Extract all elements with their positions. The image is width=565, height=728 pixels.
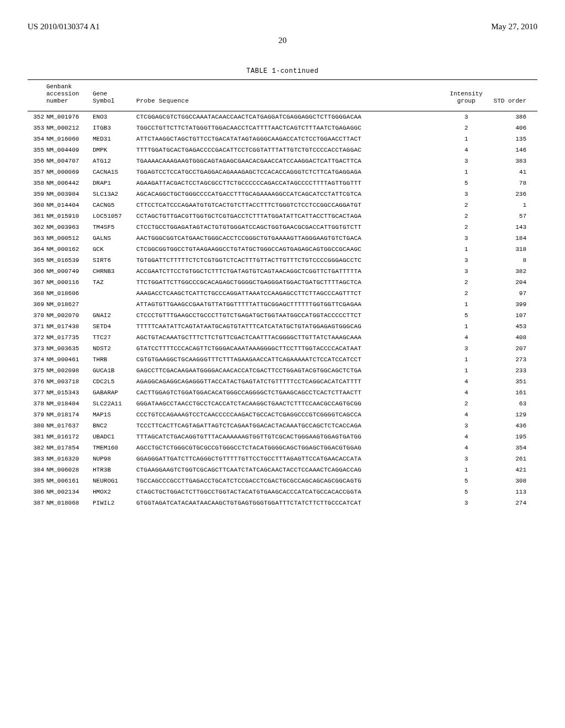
gene-symbol: GCK bbox=[92, 244, 135, 255]
table-row: 387NM_018068PIWIL2GTGGTAGATCATACAATAACAA… bbox=[28, 497, 537, 508]
table-row: 360NM_014404CACNG5CTTCCTCATCCCAGAATGTGTC… bbox=[28, 200, 537, 211]
col-intensity: Intensity group bbox=[446, 80, 487, 111]
table-row: 386NM_002134HMOX2CTAGCTGCTGGACTCTTGGCCTG… bbox=[28, 486, 537, 497]
gene-symbol: DRAP1 bbox=[92, 178, 135, 189]
gene-symbol: TAZ bbox=[92, 277, 135, 288]
table-row: 352NM_001976ENO3CTCGGAGCGTCTGGCCAAATACAA… bbox=[28, 111, 537, 122]
intensity-group: 1 bbox=[446, 244, 487, 255]
intensity-group: 5 bbox=[446, 475, 487, 486]
intensity-group: 5 bbox=[446, 310, 487, 321]
accession-number: NM_017735 bbox=[45, 332, 92, 343]
table-row: 355NM_004409DMPKTTTTGGATGCACTGAGACCCCGAC… bbox=[28, 144, 537, 156]
row-index: 378 bbox=[28, 398, 45, 409]
intensity-group: 3 bbox=[446, 420, 487, 431]
table-row: 384NM_006028HTR3BCTGAAGGAAGTCTGGTCGCAGCT… bbox=[28, 464, 537, 475]
std-order: 421 bbox=[487, 464, 537, 475]
sequence-table: Genbank accession number Gene Symbol Pro… bbox=[28, 79, 537, 508]
intensity-group: 3 bbox=[446, 453, 487, 464]
gene-symbol: NUP98 bbox=[92, 453, 135, 464]
page-header: US 2010/0130374 A1 May 27, 2010 bbox=[28, 22, 537, 31]
row-index: 362 bbox=[28, 222, 45, 233]
accession-number: NM_000162 bbox=[45, 244, 92, 255]
gene-symbol: CHRNB3 bbox=[92, 266, 135, 277]
table-row: 358NM_006442DRAP1AGAAGATTACGACTCCTAGCGCC… bbox=[28, 178, 537, 189]
accession-number: NM_017637 bbox=[45, 420, 92, 431]
probe-sequence: CCTAGCTGTTGACGTTGGTGCTCGTGACCTCTTTATGGAT… bbox=[135, 211, 446, 222]
intensity-group: 4 bbox=[446, 409, 487, 420]
intensity-group: 3 bbox=[446, 266, 487, 277]
gene-symbol: GUCA1B bbox=[92, 365, 135, 376]
intensity-group: 2 bbox=[446, 398, 487, 409]
gene-symbol: GABARAP bbox=[92, 387, 135, 398]
table-row: 365NM_016539SIRT6TGTGGATTCTTTTTCTCTCGTGG… bbox=[28, 255, 537, 266]
gene-symbol: MED31 bbox=[92, 133, 135, 144]
probe-sequence: AACTGGGCGGTCATGAACTGGGCACCTCCGGGCTGTGAAA… bbox=[135, 233, 446, 244]
gene-symbol: SIRT6 bbox=[92, 255, 135, 266]
intensity-group: 3 bbox=[446, 343, 487, 354]
std-order: 406 bbox=[487, 122, 537, 133]
probe-sequence: TTTTTCAATATTCAGTATAATGCAGTGTATTTCATCATAT… bbox=[135, 321, 446, 332]
row-index: 363 bbox=[28, 233, 45, 244]
probe-sequence: ATTCTAAGGCTAGCTGTTCCTGACATATAGTAGGGCAAGA… bbox=[135, 133, 446, 144]
intensity-group: 5 bbox=[446, 178, 487, 189]
std-order: 63 bbox=[487, 398, 537, 409]
std-order: 8 bbox=[487, 255, 537, 266]
std-order: 97 bbox=[487, 288, 537, 299]
probe-sequence: CTCGGAGCGTCTGGCCAAATACAACCAACTCATGAGGATC… bbox=[135, 111, 446, 122]
std-order: 408 bbox=[487, 332, 537, 343]
accession-number: NM_006028 bbox=[45, 464, 92, 475]
std-order: 113 bbox=[487, 486, 537, 497]
gene-symbol: CACNG5 bbox=[92, 200, 135, 211]
accession-number: NM_018068 bbox=[45, 497, 92, 508]
row-index: 361 bbox=[28, 211, 45, 222]
table-row: 370NM_002070GNAI2CTCCCTGTTTGAAGCCTGCCCTT… bbox=[28, 310, 537, 321]
probe-sequence: AGCACAGGCTGCTGGGCCCCATGACCTTTGCAGAAAAGGC… bbox=[135, 189, 446, 200]
std-order: 143 bbox=[487, 222, 537, 233]
accession-number: NM_015910 bbox=[45, 211, 92, 222]
accession-number: NM_014404 bbox=[45, 200, 92, 211]
probe-sequence: GTATCCTTTTCCCACAGTTCTGGGACAAATAAAGGGGCTT… bbox=[135, 343, 446, 354]
table-row: 372NM_017735TTC27AGCTGTACAAATGCTTTCTTCTG… bbox=[28, 332, 537, 343]
row-index: 383 bbox=[28, 453, 45, 464]
probe-sequence: CTAGCTGCTGGACTCTTGGCCTGGTACTACATGTGAAGCA… bbox=[135, 486, 446, 497]
accession-number: NM_003718 bbox=[45, 376, 92, 387]
gene-symbol: DMPK bbox=[92, 144, 135, 156]
intensity-group: 2 bbox=[446, 122, 487, 133]
probe-sequence: TGCCAGCCCGCCTTGAGACCTGCATCTCCGACCTCGACTG… bbox=[135, 475, 446, 486]
gene-symbol: ENO3 bbox=[92, 111, 135, 122]
row-index: 387 bbox=[28, 497, 45, 508]
accession-number: NM_000461 bbox=[45, 354, 92, 365]
row-index: 386 bbox=[28, 486, 45, 497]
intensity-group: 2 bbox=[446, 211, 487, 222]
intensity-group: 1 bbox=[446, 299, 487, 310]
probe-sequence: AGAAGATTACGACTCCTAGCGCCTTCTGCCCCCCAGACCA… bbox=[135, 178, 446, 189]
gene-symbol: TMEM160 bbox=[92, 442, 135, 453]
intensity-group: 3 bbox=[446, 189, 487, 200]
std-order: 453 bbox=[487, 321, 537, 332]
publication-date: May 27, 2010 bbox=[491, 22, 537, 31]
table-row: 382NM_017854TMEM160AGCCTGCTCTGGGCGTGCGCC… bbox=[28, 442, 537, 453]
accession-number: NM_006442 bbox=[45, 178, 92, 189]
probe-sequence: CTTCCTCATCCCAGAATGTGTCACTGTCTTACCTTTCTGG… bbox=[135, 200, 446, 211]
gene-symbol bbox=[92, 288, 135, 299]
gene-symbol: UBADC1 bbox=[92, 431, 135, 442]
row-index: 360 bbox=[28, 200, 45, 211]
probe-sequence: TTCTGGATTCTTGGCCCGCACAGAGCTGGGGCTGAGGGAT… bbox=[135, 277, 446, 288]
gene-symbol bbox=[92, 299, 135, 310]
accession-number: NM_000512 bbox=[45, 233, 92, 244]
row-index: 379 bbox=[28, 409, 45, 420]
probe-sequence: AGCCTGCTCTGGGCGTGCGCCGTGGGCCTCTACATGGGGC… bbox=[135, 442, 446, 453]
intensity-group: 2 bbox=[446, 288, 487, 299]
col-symbol: Gene Symbol bbox=[92, 80, 135, 111]
gene-symbol: BNC2 bbox=[92, 420, 135, 431]
gene-symbol: PIWIL2 bbox=[92, 497, 135, 508]
gene-symbol: NEUROG1 bbox=[92, 475, 135, 486]
accession-number: NM_016539 bbox=[45, 255, 92, 266]
probe-sequence: CTCCCTGTTTGAAGCCTGCCCTTGTCTGAGATGCTGGTAA… bbox=[135, 310, 446, 321]
publication-number: US 2010/0130374 A1 bbox=[28, 22, 100, 31]
gene-symbol: LOC51057 bbox=[92, 211, 135, 222]
accession-number: NM_018627 bbox=[45, 299, 92, 310]
std-order: 386 bbox=[487, 111, 537, 122]
accession-number: NM_000749 bbox=[45, 266, 92, 277]
std-order: 204 bbox=[487, 277, 537, 288]
